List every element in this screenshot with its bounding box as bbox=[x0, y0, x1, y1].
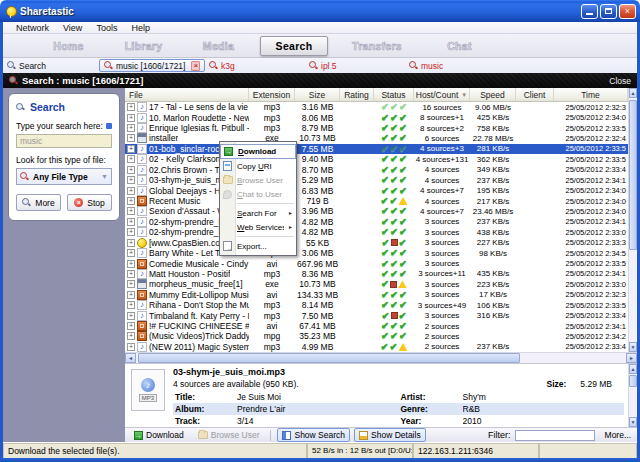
session-tab-3[interactable]: k3g bbox=[205, 58, 305, 73]
table-row[interactable]: +[www.CpasBien.com]55 KB✔✔3 sources227 K… bbox=[125, 237, 628, 247]
column-header-size[interactable]: Size bbox=[295, 88, 340, 101]
show-search-button[interactable]: Show Search bbox=[277, 428, 350, 442]
expand-icon[interactable]: + bbox=[127, 124, 135, 132]
scrollbar-thumb[interactable] bbox=[629, 100, 637, 250]
menu-item-search-for[interactable]: Search For► bbox=[220, 206, 296, 220]
expand-icon[interactable]: + bbox=[127, 207, 135, 215]
session-tab-4[interactable]: ipl 5 bbox=[305, 58, 405, 73]
table-row[interactable]: +Recent Musicpls719 B✔✔4 sources217 KB/s… bbox=[125, 196, 628, 206]
table-row[interactable]: +♪03-shym-je_suis_moimp35.29 MB✔✔✔4 sour… bbox=[125, 175, 628, 185]
horizontal-scrollbar[interactable]: ◄ ► bbox=[125, 352, 637, 363]
table-row[interactable]: +(Music Videos)Trick Daddy & Tri...mpg35… bbox=[125, 331, 628, 341]
column-header-status[interactable]: Status bbox=[374, 88, 414, 101]
expand-icon[interactable]: + bbox=[127, 114, 135, 122]
expand-icon[interactable]: + bbox=[127, 176, 135, 184]
table-row[interactable]: +♪17 - Tal - Le sens de la viemp33.16 MB… bbox=[125, 102, 628, 112]
scroll-left-icon[interactable]: ◄ bbox=[125, 353, 136, 363]
expand-icon[interactable]: + bbox=[127, 228, 135, 236]
table-row[interactable]: +installerexe10.73 MB✔✔✔6 sources22.78 M… bbox=[125, 133, 628, 143]
tab-media[interactable]: Media bbox=[181, 40, 256, 52]
close-button[interactable]: × bbox=[619, 4, 636, 19]
menu-item-network[interactable]: Network bbox=[9, 23, 56, 33]
table-row[interactable]: +!# FUCKING CHINEESE #1 Anim...avi67.41 … bbox=[125, 321, 628, 331]
expand-icon[interactable]: + bbox=[127, 291, 135, 299]
expand-icon[interactable]: + bbox=[127, 155, 135, 163]
scroll-up-icon[interactable]: ▲ bbox=[629, 364, 637, 374]
expand-icon[interactable]: + bbox=[127, 249, 135, 257]
tab-chat[interactable]: Chat bbox=[422, 40, 497, 52]
table-row[interactable]: +♪02.Chris Brown - Turnmp38.70 MB✔✔✔4 so… bbox=[125, 165, 628, 175]
expand-icon[interactable]: + bbox=[127, 134, 135, 142]
menu-item-download[interactable]: →Download bbox=[220, 144, 296, 159]
column-header-speed[interactable]: Speed bbox=[470, 88, 516, 101]
expand-icon[interactable]: + bbox=[127, 239, 135, 247]
scroll-right-icon[interactable]: ► bbox=[626, 353, 637, 363]
view-close-button[interactable]: Close bbox=[609, 76, 631, 86]
scroll-up-icon[interactable]: ▲ bbox=[629, 88, 637, 98]
table-row[interactable]: +♪Global Deejays - Hardmp36.83 MB✔✔✔4 so… bbox=[125, 185, 628, 195]
menu-item-tools[interactable]: Tools bbox=[89, 23, 124, 33]
menu-item-export[interactable]: Export... bbox=[220, 239, 296, 253]
table-row[interactable]: +♪02-shym-prendre_lairmp34.82 MB✔✔✔3 sou… bbox=[125, 227, 628, 237]
scrollbar-thumb[interactable] bbox=[629, 375, 637, 387]
tab-home[interactable]: Home bbox=[31, 40, 106, 52]
menu-item-copy-uri[interactable]: Copy URI bbox=[220, 159, 296, 173]
table-row[interactable]: +♪(NEW 2011) Magic System Feat...mp34.99… bbox=[125, 342, 628, 352]
expand-icon[interactable]: + bbox=[127, 312, 135, 320]
column-header-client[interactable]: Client bbox=[516, 88, 554, 101]
scroll-down-icon[interactable]: ▼ bbox=[629, 417, 637, 427]
tab-transfers[interactable]: Transfers bbox=[332, 40, 422, 52]
search-input[interactable] bbox=[16, 134, 112, 148]
table-row[interactable]: +morpheus_music_free[1]exe10.73 MB✔3 sou… bbox=[125, 279, 628, 289]
table-row[interactable]: +♪02-shym-prendre_lairmp34.82 MB✔✔✔3 sou… bbox=[125, 217, 628, 227]
session-tab-1[interactable]: Search bbox=[3, 58, 99, 73]
expand-icon[interactable]: + bbox=[127, 197, 135, 205]
show-details-button[interactable]: Show Details bbox=[354, 428, 426, 442]
column-header-hostcount[interactable]: Host/Count▼ bbox=[414, 88, 470, 101]
stop-button[interactable]: × Stop bbox=[67, 194, 112, 211]
session-tab-5[interactable]: music bbox=[405, 58, 505, 73]
tab-library[interactable]: Library bbox=[106, 40, 181, 52]
expand-icon[interactable]: + bbox=[127, 343, 135, 351]
table-row[interactable]: +♪01-bob_sinclar-rock_tmp37.55 MB✔✔✔4 so… bbox=[125, 144, 628, 154]
table-row[interactable]: +♪Matt Houston - Positifmp38.36 MB✔✔✔3 s… bbox=[125, 269, 628, 279]
table-row[interactable]: +Mummy Edit-Lollipop Music Issueavi134.3… bbox=[125, 290, 628, 300]
table-row[interactable]: +♪Enrique Iglesias ft. Pitbull - I Lik..… bbox=[125, 123, 628, 133]
expand-icon[interactable]: + bbox=[127, 166, 135, 174]
expand-icon[interactable]: + bbox=[127, 270, 135, 278]
filter-input[interactable] bbox=[515, 430, 595, 441]
menu-item-web-services[interactable]: Web Services► bbox=[220, 220, 296, 234]
expand-icon[interactable]: + bbox=[127, 145, 135, 153]
table-row[interactable]: +♪10. Marlon Roudette - New Agemp38.06 M… bbox=[125, 112, 628, 122]
expand-icon[interactable]: + bbox=[127, 280, 135, 288]
table-row[interactable]: +♪Timbaland ft. Katy Perry - If We...mp3… bbox=[125, 310, 628, 320]
column-header-rating[interactable]: Rating bbox=[340, 88, 374, 101]
table-row[interactable]: +♪Barry White - Let The Music Playmp33.0… bbox=[125, 248, 628, 258]
expand-icon[interactable]: + bbox=[127, 322, 135, 330]
tab-search[interactable]: Search bbox=[260, 36, 328, 56]
download-button[interactable]: →Download bbox=[129, 428, 189, 442]
expand-icon[interactable]: + bbox=[127, 301, 135, 309]
table-row[interactable]: +Comedie Musicale - Cindy Cendr...avi667… bbox=[125, 258, 628, 268]
details-scrollbar[interactable]: ▲ ▼ bbox=[628, 364, 637, 427]
column-header-time[interactable]: Time bbox=[554, 88, 628, 101]
vertical-scrollbar[interactable]: ▲ ▼ bbox=[628, 88, 637, 352]
table-row[interactable]: +♪Rihana - Don't Stop the Musicmp38.14 M… bbox=[125, 300, 628, 310]
file-type-dropdown[interactable]: Any File Type ▼ bbox=[16, 168, 112, 185]
more-button[interactable]: More bbox=[16, 194, 61, 211]
expand-icon[interactable]: + bbox=[127, 103, 135, 111]
expand-icon[interactable]: + bbox=[127, 187, 135, 195]
restore-button[interactable] bbox=[600, 4, 617, 19]
more-options-button[interactable]: More... bbox=[605, 430, 631, 440]
table-row[interactable]: +♪Sexion d'Assaut - Watmp33.96 MB✔✔✔4 so… bbox=[125, 206, 628, 216]
close-tab-icon[interactable]: × bbox=[191, 61, 200, 71]
minimize-button[interactable] bbox=[581, 4, 598, 19]
scrollbar-thumb[interactable] bbox=[138, 353, 520, 363]
scroll-down-icon[interactable]: ▼ bbox=[629, 342, 637, 352]
expand-icon[interactable]: + bbox=[127, 260, 135, 268]
column-header-extension[interactable]: Extension bbox=[249, 88, 295, 101]
menu-item-help[interactable]: Help bbox=[124, 23, 157, 33]
menu-item-view[interactable]: View bbox=[56, 23, 89, 33]
table-row[interactable]: +♪02 - Kelly Clarkson - Wmp39.40 MB✔✔✔4 … bbox=[125, 154, 628, 164]
column-header-file[interactable]: File bbox=[125, 88, 249, 101]
